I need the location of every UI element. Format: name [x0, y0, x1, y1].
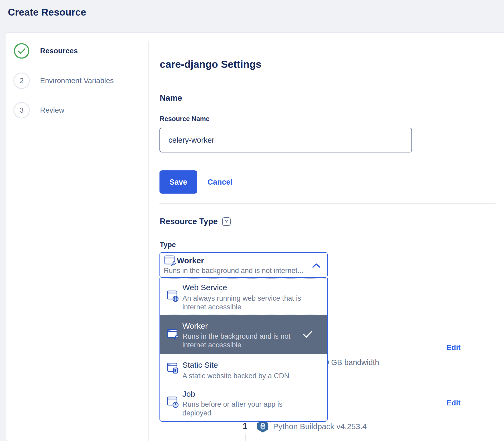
option-web-service[interactable]: Web Service An always running web servic… — [160, 278, 327, 315]
type-field-label: Type — [160, 241, 176, 249]
buildpack-step-number: 1 — [243, 421, 247, 431]
help-icon[interactable]: ? — [222, 217, 231, 226]
option-title: Static Site — [182, 361, 218, 370]
resource-name-input[interactable] — [159, 128, 412, 152]
page-title: Create Resource — [8, 7, 86, 18]
stepper-label-environment-variables: Environment Variables — [40, 76, 114, 85]
edit-link[interactable]: Edit — [447, 399, 461, 407]
browser-wrench-icon — [164, 255, 176, 268]
resource-name-label: Resource Name — [160, 115, 210, 123]
option-static-site[interactable]: Static Site A static website backed by a… — [160, 354, 327, 385]
stepper-content-divider — [148, 41, 149, 441]
stepper-item-review[interactable]: 3 Review — [11, 102, 137, 121]
timeline-connector — [245, 434, 246, 441]
buildpack-label: Python Buildpack v4.253.4 — [273, 422, 367, 431]
name-section-heading: Name — [160, 93, 182, 103]
option-title: Worker — [182, 322, 208, 330]
step-number-badge: 3 — [13, 102, 30, 118]
option-worker[interactable]: Worker Runs in the background and is not… — [160, 315, 327, 354]
browser-clock-icon — [167, 396, 179, 410]
type-dropdown-menu: Web Service An always running web servic… — [159, 278, 328, 422]
browser-wrench-icon — [167, 329, 179, 342]
option-description: Runs in the background and is not intern… — [182, 332, 308, 349]
stepper-label-review: Review — [40, 106, 64, 114]
resource-type-heading: Resource Type — [160, 217, 218, 226]
browser-document-icon — [167, 363, 179, 376]
stepper-item-resources[interactable]: Resources — [11, 43, 137, 61]
selected-type-title: Worker — [177, 256, 204, 265]
option-description: An always running web service that is in… — [182, 294, 308, 311]
bandwidth-text: 0 GB bandwidth — [325, 358, 379, 367]
option-description: Runs before or after your app is deploye… — [182, 400, 308, 418]
background-divider — [319, 329, 463, 329]
option-title: Web Service — [182, 283, 227, 292]
section-divider — [159, 203, 496, 204]
step-number-badge: 2 — [13, 73, 30, 89]
stepper-label-resources: Resources — [40, 47, 78, 55]
option-title: Job — [182, 390, 195, 399]
browser-globe-icon — [167, 290, 179, 304]
step-complete-check-icon — [13, 43, 30, 59]
background-divider — [319, 386, 459, 386]
cancel-link[interactable]: Cancel — [207, 178, 232, 186]
create-resource-page: Create Resource Resources 2 Environment … — [0, 0, 504, 441]
edit-link[interactable]: Edit — [447, 343, 461, 352]
option-description: A static website backed by a CDN — [182, 372, 308, 380]
selected-type-description: Runs in the background and is not intern… — [164, 267, 310, 275]
selected-check-icon — [303, 330, 312, 339]
resource-type-heading-row: Resource Type ? — [160, 217, 231, 226]
stepper-item-environment-variables[interactable]: 2 Environment Variables — [11, 73, 137, 91]
settings-title: care-django Settings — [160, 59, 261, 70]
type-select[interactable]: Worker Runs in the background and is not… — [159, 252, 328, 278]
option-job[interactable]: Job Runs before or after your app is dep… — [160, 385, 327, 422]
save-button[interactable]: Save — [159, 170, 197, 194]
chevron-up-icon — [312, 263, 320, 269]
